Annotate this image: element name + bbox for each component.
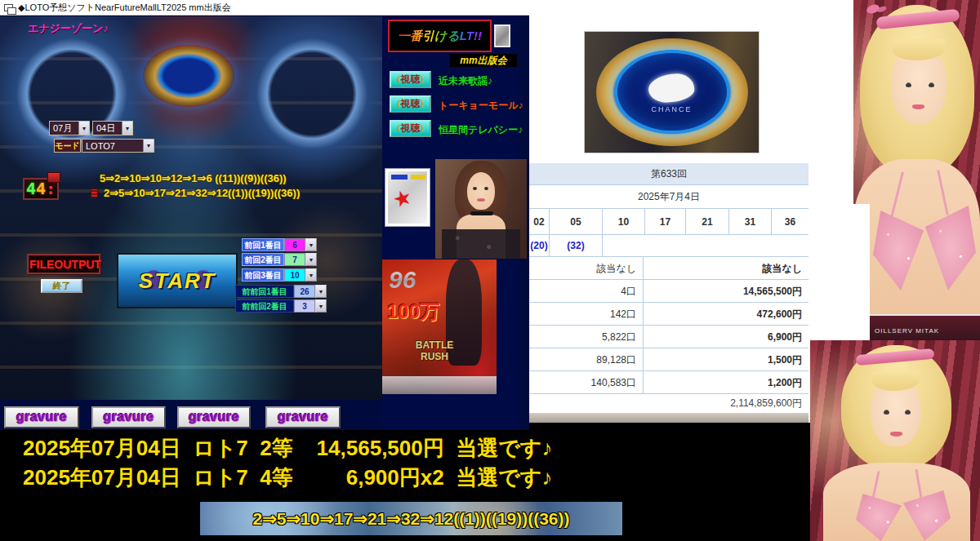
pachinko-photo: 96 100万 BATTLE RUSH (382, 259, 497, 394)
prev-number-label: 前前回1番目 (235, 285, 294, 298)
ornament-icon: 《 (393, 99, 401, 110)
eye-shape (906, 83, 911, 87)
choker-shape (470, 211, 493, 215)
day-select[interactable]: 04日 ▼ (92, 121, 133, 135)
chevron-down-icon[interactable]: ▼ (122, 122, 132, 135)
prize-amount: 該当なし (644, 257, 808, 279)
fileoutput-button[interactable]: FILEOUTPUT (27, 254, 101, 275)
winner-count: 該当なし (529, 257, 644, 279)
pachinko-number: 96 (389, 266, 416, 294)
prize-row-3rd: 142口 472,600円 (529, 303, 808, 326)
side-panel: 一番引けるLT!! mm出版会 《 視聴 》 近未来歌謡♪ 《 視聴 》 トーキ… (382, 16, 519, 430)
prize-amount: 1,500円 (644, 348, 808, 370)
watch-button-3[interactable]: 《 視聴 》 (390, 120, 431, 137)
ornament-icon: 》 (421, 123, 429, 135)
results-table: 第633回 2025年7月4日 02 05 10 17 21 31 36 (20… (529, 163, 808, 412)
prev-number-row-2: 前回2番目 7 ▼ (242, 253, 317, 266)
eye-shape (484, 187, 488, 190)
draw-date: 2025年7月4日 (638, 191, 700, 202)
watch-button-label: 視聴 (401, 73, 421, 86)
prev-number-row-3: 前回3番目 10 ▼ (242, 268, 317, 282)
month-value: 07月 (50, 122, 78, 135)
winner-count: 142口 (529, 303, 644, 325)
winner-count: 4口 (529, 280, 644, 302)
screen: CHANCE 第633回 2025年7月4日 02 05 10 17 21 31… (0, 0, 980, 541)
chevron-down-icon[interactable]: ▼ (143, 140, 154, 152)
mode-value: LOTO7 (82, 141, 143, 151)
chevron-down-icon[interactable]: ▼ (78, 122, 89, 135)
ornament-icon: 》 (421, 99, 429, 110)
winning-line-1: 2025年07月04日 ロト7 2等 14,565,500円 当選です♪ (23, 434, 552, 463)
numbers-photo-strip: 2⇒5⇒10⇒17⇒21⇒32⇒12((1))((19))((36)) (200, 502, 622, 535)
watch-button-label: 視聴 (401, 97, 421, 111)
mall-photo-background: エナジーゾーン♪ 07月 ▼ 04日 ▼ モード LOTO7 ▼ 44: 5⇒2… (0, 16, 382, 400)
eye-shape (905, 410, 911, 415)
mode-select[interactable]: LOTO7 ▼ (82, 139, 154, 153)
gravure-button-4[interactable]: gravure (265, 406, 341, 428)
winning-line-2: 2025年07月04日 ロト7 4等 6,900円x2 当選です♪ (23, 463, 552, 492)
month-select[interactable]: 07月 ▼ (49, 121, 90, 135)
exit-button[interactable]: 終了 (41, 279, 82, 293)
chevron-down-icon[interactable]: ▼ (315, 299, 327, 313)
bonus-number-cell: (32) (550, 235, 603, 256)
badge-decoration (411, 175, 425, 180)
mode-label: モード (54, 139, 81, 153)
prize-row-5th: 89,128口 1,500円 (529, 348, 808, 371)
day-value: 04日 (93, 122, 122, 135)
horizontal-scrollbar[interactable] (529, 413, 808, 423)
face-shape (467, 172, 495, 210)
prize-row-6th: 140,583口 1,200円 (529, 371, 808, 394)
bonus-number-cell: (20) (529, 235, 550, 256)
prize-row-2nd: 4口 14,565,500円 (529, 280, 808, 303)
body-shape (823, 463, 970, 541)
watch-item-label-2: トーキョーモール♪ (439, 99, 523, 113)
gravure-button-1[interactable]: gravure (4, 406, 79, 428)
winning-number-cell: 02 (529, 209, 550, 234)
watch-button-2[interactable]: 《 視聴 》 (390, 95, 431, 113)
chevron-down-icon[interactable]: ▼ (315, 285, 327, 298)
winning-numbers-row: 02 05 10 17 21 31 36 (529, 209, 808, 235)
winning-number-cell: 17 (645, 209, 686, 234)
winning-number-cell: 31 (729, 209, 772, 234)
pachinko-machine-base (382, 376, 497, 394)
winner-count: 5,822口 (529, 326, 644, 348)
pachinko-rush-label: BATTLE RUSH (408, 339, 461, 362)
prev-number-value[interactable]: 26 (294, 285, 315, 298)
bonus-numbers-row: (20) (32) (529, 235, 808, 257)
prev-number-value[interactable]: 10 (284, 268, 305, 282)
mall-chance-medal (143, 45, 234, 107)
loto-app-window: ◆LOTO予想ソフトNearFutureMallLT2025 mm出版会 エナジ… (0, 0, 529, 430)
prev-prev-number-row-2: 前前回2番目 3 ▼ (235, 299, 327, 313)
gravure-button-2[interactable]: gravure (91, 406, 166, 428)
watch-button-1[interactable]: 《 視聴 》 (390, 71, 431, 88)
star-icon: ★ (390, 184, 416, 214)
gravure-button-row: gravure gravure gravure gravure (0, 400, 382, 430)
author-photo-icon (494, 24, 510, 47)
chevron-down-icon[interactable]: ▼ (305, 253, 317, 266)
prev-number-label: 前前回2番目 (235, 299, 294, 313)
app-titlebar[interactable]: ◆LOTO予想ソフトNearFutureMallLT2025 mm出版会 (0, 0, 529, 16)
carryover-amount: 2,114,859,600円 (730, 397, 802, 409)
start-button[interactable]: START (117, 253, 238, 308)
chevron-down-icon[interactable]: ▼ (305, 268, 317, 282)
winner-count: 89,128口 (529, 348, 644, 370)
prev-number-value[interactable]: 7 (284, 253, 305, 266)
prev-number-label: 前回3番目 (242, 268, 284, 282)
lips-shape (477, 198, 485, 202)
draw-date-row: 2025年7月4日 (529, 185, 808, 209)
chance-caption: CHANCE (585, 105, 759, 113)
prize-amount: 472,600円 (644, 303, 808, 325)
marker-icon (91, 188, 98, 197)
gravure-button-3[interactable]: gravure (177, 406, 251, 428)
watch-item-label-1: 近未来歌謡♪ (439, 74, 492, 88)
prev-number-label: 前回2番目 (242, 253, 284, 266)
prev-number-value[interactable]: 3 (294, 299, 315, 313)
numbers-sequence: 2⇒5⇒10⇒17⇒21⇒32⇒12((1))((19))((36)) (252, 509, 569, 529)
clock-digit: 4 (26, 179, 36, 198)
prev-number-value[interactable]: 6 (284, 238, 305, 251)
start-button-label: START (139, 268, 216, 294)
chevron-down-icon[interactable]: ▼ (305, 238, 317, 251)
lottery-results-page: CHANCE 第633回 2025年7月4日 02 05 10 17 21 31… (519, 0, 853, 423)
winning-number-cell: 10 (603, 209, 645, 234)
lips-shape (890, 432, 902, 437)
